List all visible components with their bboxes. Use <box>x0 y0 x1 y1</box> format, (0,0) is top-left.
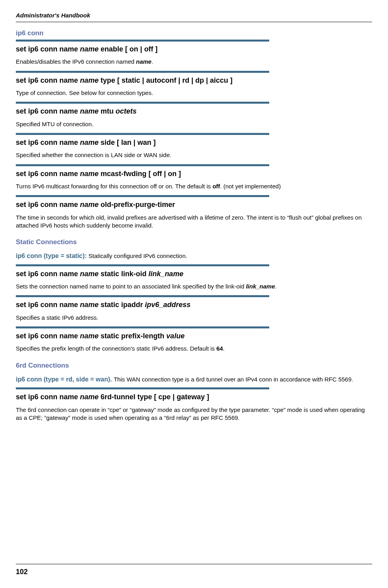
cmd-param: name <box>80 301 99 309</box>
desc-text: The time in seconds for which old, inval… <box>16 214 362 229</box>
inline-desc: Statically configured IPv6 connection. <box>89 252 187 259</box>
cmd-text: enable [ on | off ] <box>99 45 158 53</box>
cmd-heading: set ip6 conn name name old-prefix-purge-… <box>16 200 372 209</box>
divider-bar <box>16 326 269 328</box>
divider-bar <box>16 102 269 104</box>
inline-label: ip6 conn (type = static): <box>16 252 89 259</box>
cmd-desc: The time in seconds for which old, inval… <box>16 214 372 230</box>
cmd-text: set ip6 conn name <box>16 107 80 115</box>
desc-text: . <box>223 345 224 352</box>
cmd-text: set ip6 conn name <box>16 301 80 309</box>
cmd-param: name <box>80 138 99 146</box>
page-number: 102 <box>16 568 28 576</box>
desc-text: Turns IPv6 multicast forwarding for this… <box>16 183 213 190</box>
cmd-text: set ip6 conn name <box>16 45 80 53</box>
desc-text: Sets the connection named name to point … <box>16 283 246 290</box>
desc-param: link_name <box>246 283 275 290</box>
cmd-desc: Specified whether the connection is LAN … <box>16 151 372 159</box>
inline-label: ip6 conn (type = rd, side = wan). <box>16 376 114 383</box>
cmd-text: static prefix-length <box>99 332 166 340</box>
cmd-text: set ip6 conn name <box>16 393 80 401</box>
cmd-desc: Specifies a static IPv6 address. <box>16 314 372 322</box>
desc-bold: off <box>213 183 220 190</box>
divider-bar <box>16 40 269 42</box>
cmd-desc: Sets the connection named name to point … <box>16 283 372 290</box>
cmd-text: side [ lan | wan ] <box>99 138 156 146</box>
cmd-param: link_name <box>148 270 183 278</box>
divider-bar <box>16 195 269 197</box>
desc-text: The 6rd connection can operate in “cpe” … <box>16 406 365 421</box>
book-title: Administrator's Handbook <box>16 12 372 19</box>
cmd-heading: set ip6 conn name name enable [ on | off… <box>16 45 372 54</box>
cmd-param: name <box>80 201 99 209</box>
cmd-text: set ip6 conn name <box>16 170 80 178</box>
cmd-heading: set ip6 conn name name 6rd-tunnel type [… <box>16 393 372 402</box>
desc-text: Specified MTU of connection. <box>16 121 93 127</box>
cmd-param: name <box>80 270 99 278</box>
inline-row: ip6 conn (type = rd, side = wan). This W… <box>16 375 372 384</box>
cmd-desc: Specified MTU of connection. <box>16 120 372 128</box>
cmd-text: old-prefix-purge-timer <box>99 201 175 209</box>
cmd-text: set ip6 conn name <box>16 76 80 84</box>
cmd-desc: Specifies the prefix length of the conne… <box>16 345 372 353</box>
cmd-param: octets <box>116 107 137 115</box>
divider-bar <box>16 387 269 389</box>
cmd-heading: set ip6 conn name name mcast-fwding [ of… <box>16 169 372 178</box>
cmd-text: 6rd-tunnel type [ cpe | gateway ] <box>99 393 209 401</box>
divider-bar <box>16 133 269 135</box>
inline-desc: This WAN connection type is a 6rd tunnel… <box>114 376 353 383</box>
desc-text: Type of connection. See below for connec… <box>16 89 153 96</box>
cmd-text: set ip6 conn name <box>16 270 80 278</box>
subsection-static: Static Connections <box>16 238 372 246</box>
desc-text: Specified whether the connection is LAN … <box>16 152 171 158</box>
divider-bar <box>16 264 269 266</box>
cmd-text: static ipaddr <box>99 301 145 309</box>
cmd-text: static link-oid <box>99 270 148 278</box>
cmd-param: name <box>80 170 99 178</box>
divider-bar <box>16 71 269 73</box>
cmd-param: name <box>80 393 99 401</box>
cmd-text: mtu <box>99 107 116 115</box>
cmd-heading: set ip6 conn name name side [ lan | wan … <box>16 138 372 147</box>
cmd-heading: set ip6 conn name name type [ static | a… <box>16 76 372 85</box>
header-rule <box>16 22 372 22</box>
desc-text: . <box>152 58 153 65</box>
divider-bar <box>16 164 269 166</box>
cmd-desc: The 6rd connection can operate in “cpe” … <box>16 406 372 422</box>
divider-bar <box>16 295 269 297</box>
section-ip6-conn: ip6 conn <box>16 29 372 37</box>
desc-text: Specifies a static IPv6 address. <box>16 314 98 321</box>
desc-text: Enables/disables the IPv6 connection nam… <box>16 58 136 65</box>
cmd-text: set ip6 conn name <box>16 138 80 146</box>
desc-text: Specifies the prefix length of the conne… <box>16 345 216 352</box>
cmd-param: name <box>80 332 99 340</box>
cmd-param: ipv6_address <box>145 301 190 309</box>
inline-row: ip6 conn (type = static): Statically con… <box>16 252 372 260</box>
cmd-param: name <box>80 76 99 84</box>
cmd-text: set ip6 conn name <box>16 201 80 209</box>
desc-bold: 64 <box>216 345 223 352</box>
cmd-desc: Type of connection. See below for connec… <box>16 89 372 97</box>
cmd-param: name <box>80 45 99 53</box>
cmd-param: value <box>166 332 184 340</box>
cmd-param: name <box>80 107 99 115</box>
subsection-6rd: 6rd Connections <box>16 362 372 370</box>
desc-text: . <box>275 283 277 290</box>
cmd-text: type [ static | autoconf | rd | dp | aic… <box>99 76 232 84</box>
cmd-heading: set ip6 conn name name static link-oid l… <box>16 269 372 279</box>
cmd-desc: Turns IPv6 multicast forwarding for this… <box>16 182 372 190</box>
desc-text: . (not yet implemented) <box>220 183 281 190</box>
cmd-text: set ip6 conn name <box>16 332 80 340</box>
cmd-heading: set ip6 conn name name mtu octets <box>16 107 372 116</box>
cmd-text: mcast-fwding [ off | on ] <box>99 170 181 178</box>
desc-param: name <box>136 58 152 65</box>
footer-rule <box>16 564 372 564</box>
cmd-desc: Enables/disables the IPv6 connection nam… <box>16 58 372 66</box>
cmd-heading: set ip6 conn name name static prefix-len… <box>16 332 372 341</box>
cmd-heading: set ip6 conn name name static ipaddr ipv… <box>16 300 372 309</box>
